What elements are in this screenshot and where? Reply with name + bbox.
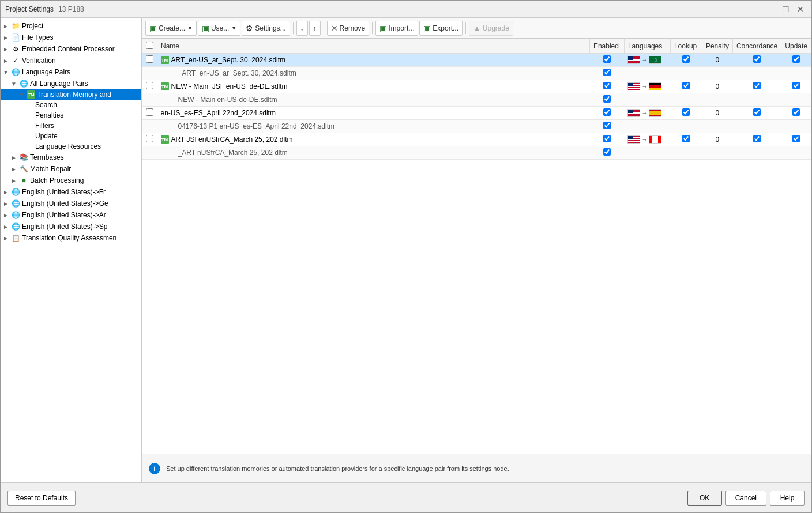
sub-checkbox-cell: [142, 93, 157, 107]
name-cell: en-US_es-ES_April 22nd_2024.sdltm: [161, 109, 587, 117]
settings-button[interactable]: ⚙ Settings...: [242, 21, 290, 36]
remove-button[interactable]: ✕ Remove: [327, 21, 370, 36]
sub-enabled-checkbox[interactable]: [603, 122, 611, 129]
close-button[interactable]: ✕: [794, 3, 807, 15]
row-concordance-checkbox[interactable]: [753, 82, 761, 89]
export-button[interactable]: ▣ Export...: [419, 21, 463, 36]
row-lookup-checkbox[interactable]: [682, 82, 690, 89]
row-enabled-checkbox[interactable]: [603, 108, 611, 116]
reset-defaults-button[interactable]: Reset to Defaults: [7, 491, 76, 506]
row-enabled-checkbox[interactable]: [603, 55, 611, 63]
maximize-button[interactable]: ☐: [779, 3, 792, 15]
row-name-cell: TM ART_en-US_ar_Sept. 30, 2024.sdltm: [157, 54, 590, 67]
row-concordance-checkbox[interactable]: [753, 135, 761, 142]
sub-enabled-checkbox[interactable]: [603, 148, 611, 156]
en-fr-icon: 🌐: [11, 187, 20, 197]
sidebar-item-en-ar[interactable]: ► 🌐 English (United States)->Ar: [1, 209, 141, 221]
table-row[interactable]: TM NEW - Main_JSI_en-US_de-DE.sdltm: [142, 80, 811, 93]
row-lookup-cell: [670, 133, 702, 146]
upgrade-button[interactable]: ▲ Upgrade: [469, 21, 513, 36]
up-label: ↑: [313, 24, 317, 32]
row-checkbox[interactable]: [146, 82, 153, 89]
arrow-icon: ►: [3, 35, 11, 41]
row-name: ART_en-US_ar_Sept. 30, 2024.sdltm: [171, 56, 286, 64]
row-update-checkbox[interactable]: [792, 82, 800, 89]
row-concordance-checkbox[interactable]: [753, 108, 761, 116]
table-row[interactable]: TM ART JSI enUSfrCA_March 25, 202 dltm: [142, 133, 811, 146]
row-concordance-checkbox[interactable]: [753, 55, 761, 63]
arrow-right-icon: →: [641, 56, 648, 63]
create-dropdown-arrow: ▼: [187, 25, 193, 31]
sidebar-item-tqa[interactable]: ► 📋 Translation Quality Assessmen: [1, 232, 141, 244]
termbase-icon: 📚: [19, 153, 28, 162]
row-update-checkbox[interactable]: [792, 108, 800, 116]
sidebar-item-termbases[interactable]: ► 📚 Termbases: [1, 152, 141, 163]
import-button[interactable]: ▣ Import...: [375, 21, 418, 36]
sub-name-cell: _ART nUSfrCA_March 25, 202 dltm: [157, 146, 590, 160]
sidebar-item-search[interactable]: ► Search: [1, 100, 141, 110]
row-lookup-checkbox[interactable]: [682, 108, 690, 116]
row-penalty-cell: 0: [702, 80, 732, 93]
sidebar-item-all-language-pairs[interactable]: ▼ 🌐 All Language Pairs: [1, 78, 141, 89]
separator-3: [372, 22, 373, 34]
sidebar-item-en-sp[interactable]: ► 🌐 English (United States)->Sp: [1, 221, 141, 232]
row-lookup-checkbox[interactable]: [682, 55, 690, 63]
sidebar-item-translation-memory[interactable]: ▼ TM Translation Memory and: [1, 89, 141, 100]
sub-empty: [624, 120, 811, 133]
row-enabled-checkbox[interactable]: [603, 135, 611, 142]
row-update-checkbox[interactable]: [792, 135, 800, 142]
cancel-button[interactable]: Cancel: [725, 491, 766, 506]
th-update: Update: [781, 39, 811, 54]
sidebar-item-penalties[interactable]: ► Penalties: [1, 110, 141, 120]
settings-label: Settings...: [255, 24, 285, 32]
language-pairs-icon: 🌐: [11, 67, 20, 77]
row-name: en-US_es-ES_April 22nd_2024.sdltm: [161, 109, 276, 117]
arrow-icon: ►: [11, 154, 19, 161]
flags: →: [627, 82, 667, 90]
sidebar-item-language-resources[interactable]: ► Language Resources: [1, 141, 141, 152]
header-checkbox[interactable]: [146, 42, 153, 49]
sidebar-item-update[interactable]: ► Update: [1, 131, 141, 141]
sidebar-item-en-fr[interactable]: ► 🌐 English (United States)->Fr: [1, 186, 141, 198]
sidebar-item-language-pairs[interactable]: ▼ 🌐 Language Pairs: [1, 66, 141, 78]
upgrade-label: Upgrade: [483, 24, 509, 32]
move-up-button[interactable]: ↑: [309, 21, 321, 36]
arrow-right-icon: →: [641, 83, 648, 90]
remove-label: Remove: [340, 24, 366, 32]
sub-enabled-checkbox[interactable]: [603, 69, 611, 76]
row-lookup-checkbox[interactable]: [682, 135, 690, 142]
separator-1: [293, 22, 294, 34]
sidebar-item-verification[interactable]: ► ✓ Verification: [1, 55, 141, 66]
sidebar-item-filters[interactable]: ► Filters: [1, 120, 141, 131]
sidebar-item-file-types[interactable]: ► 📄 File Types: [1, 32, 141, 43]
sidebar-item-label: Project: [22, 22, 43, 30]
help-button[interactable]: Help: [770, 491, 805, 506]
sidebar-item-project[interactable]: ► 📁 Project: [1, 20, 141, 32]
sidebar-item-embedded-content[interactable]: ► ⚙ Embedded Content Processor: [1, 43, 141, 55]
sidebar-item-batch-processing[interactable]: ► ■ Batch Processing: [1, 175, 141, 186]
move-down-button[interactable]: ↓: [296, 21, 308, 36]
sub-name-cell: _ART_en-US_ar_Sept. 30, 2024.sdltm: [157, 67, 590, 80]
status-bar: i Set up different translation memories …: [142, 454, 811, 482]
row-checkbox[interactable]: [146, 55, 153, 63]
upgrade-icon: ▲: [473, 24, 481, 33]
create-button[interactable]: ▣ Create... ▼: [145, 21, 197, 36]
flag-es: [649, 109, 661, 117]
sidebar-item-match-repair[interactable]: ► 🔨 Match Repair: [1, 163, 141, 175]
create-label: Create...: [159, 24, 185, 32]
row-update-checkbox[interactable]: [792, 55, 800, 63]
tm-table: Name Enabled Languages Lookup: [142, 39, 811, 160]
arrow-icon: ►: [11, 178, 19, 184]
sidebar-item-en-ge[interactable]: ► 🌐 English (United States)->Ge: [1, 198, 141, 209]
row-enabled-checkbox[interactable]: [603, 82, 611, 89]
row-checkbox[interactable]: [146, 108, 153, 116]
minimize-button[interactable]: —: [764, 3, 777, 15]
row-concordance-cell: [732, 133, 781, 146]
row-enabled-cell: [589, 107, 624, 120]
table-row[interactable]: en-US_es-ES_April 22nd_2024.sdltm →: [142, 107, 811, 120]
sub-enabled-checkbox[interactable]: [603, 95, 611, 103]
row-checkbox[interactable]: [146, 135, 153, 142]
ok-button[interactable]: OK: [687, 491, 722, 506]
table-row[interactable]: TM ART_en-US_ar_Sept. 30, 2024.sdltm: [142, 54, 811, 67]
use-button[interactable]: ▣ Use... ▼: [198, 21, 240, 36]
